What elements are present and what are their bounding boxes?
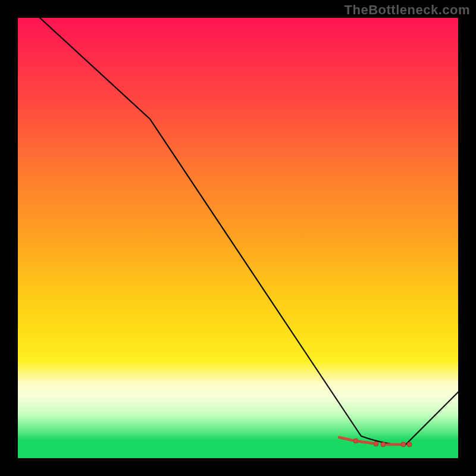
- plot-area: [18, 18, 458, 458]
- chart-svg: [18, 18, 458, 458]
- marker-dash: [359, 441, 372, 443]
- marker-dot: [401, 442, 406, 447]
- marker-dash: [339, 437, 352, 440]
- marker-dot: [381, 442, 386, 447]
- marker-dot: [374, 441, 378, 446]
- chart-frame: TheBottleneck.com: [0, 0, 476, 476]
- primary-curve: [40, 18, 458, 445]
- marker-dot: [407, 442, 412, 447]
- watermark-label: TheBottleneck.com: [345, 2, 470, 18]
- marker-dot: [353, 439, 358, 443]
